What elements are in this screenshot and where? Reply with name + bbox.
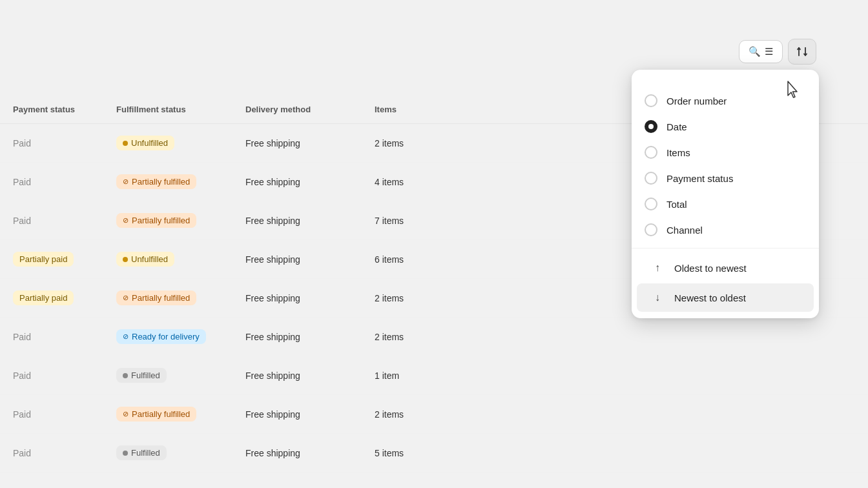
table-row[interactable]: PaidFulfilledFree shipping1 item (0, 356, 868, 395)
search-icon: 🔍 (749, 46, 761, 57)
cell-items: 2 items (375, 332, 517, 342)
cell-fulfillment-status: Fulfilled (116, 368, 245, 383)
fulfillment-badge: ⊘Ready for delivery (116, 329, 206, 344)
cell-items: 4 items (375, 177, 517, 187)
cell-items: 2 items (375, 409, 517, 420)
cell-delivery-method: Free shipping (245, 254, 375, 265)
cell-items: 2 items (375, 138, 517, 148)
header-payment-status: Payment status (13, 105, 116, 114)
cell-payment-status: Paid (13, 137, 116, 149)
sort-option-label: Payment status (666, 173, 733, 184)
sort-option-channel[interactable]: Channel (632, 217, 819, 243)
sort-direction-arrow: ↑ (650, 260, 665, 276)
cell-delivery-method: Free shipping (245, 332, 375, 342)
fulfillment-badge: Unfulfilled (116, 252, 174, 267)
fulfillment-badge: ⊘Partially fulfilled (116, 407, 196, 422)
badge-dot (123, 141, 128, 146)
badge-dot (123, 257, 128, 262)
sort-option-date[interactable]: Date (632, 114, 819, 139)
payment-text: Paid (13, 177, 31, 187)
fulfillment-badge: ⊘Partially fulfilled (116, 174, 196, 189)
fulfillment-badge: Unfulfilled (116, 136, 174, 150)
sort-option-label: Channel (666, 225, 703, 236)
sort-option-items[interactable]: Items (632, 139, 819, 165)
cell-payment-status: Partially paid (13, 252, 116, 267)
cell-payment-status: Paid (13, 409, 116, 420)
cell-items: 7 items (375, 216, 517, 226)
header-fulfillment-status: Fulfillment status (116, 105, 245, 114)
cell-payment-status: Partially paid (13, 290, 116, 305)
sort-dropdown: Order numberDateItemsPayment statusTotal… (632, 70, 819, 318)
table-row[interactable]: PaidFulfilledFree shipping5 items (0, 434, 868, 473)
partial-icon: ⊘ (123, 410, 129, 418)
sort-option-order_number[interactable]: Order number (632, 88, 819, 114)
cell-payment-status: Paid (13, 370, 116, 381)
badge-dot (123, 373, 128, 378)
cell-delivery-method: Free shipping (245, 138, 375, 148)
sort-icon (796, 45, 809, 58)
cell-items: 6 items (375, 254, 517, 265)
sort-radio (645, 172, 657, 185)
partial-icon: ⊘ (123, 178, 129, 186)
header-items: Items (375, 105, 517, 114)
badge-dot (123, 451, 128, 456)
payment-badge: Partially paid (13, 290, 74, 305)
sort-options: Order numberDateItemsPayment statusTotal… (632, 88, 819, 243)
cell-payment-status: Paid (13, 331, 116, 343)
sort-option-payment_status[interactable]: Payment status (632, 165, 819, 191)
table-row[interactable]: Paid⊘Ready for deliveryFree shipping2 it… (0, 318, 868, 356)
sort-option-label: Total (666, 199, 687, 210)
cell-fulfillment-status: ⊘Ready for delivery (116, 329, 245, 344)
header-delivery-method: Delivery method (245, 105, 375, 114)
sort-radio (645, 94, 657, 107)
cell-delivery-method: Free shipping (245, 177, 375, 187)
sort-radio (645, 198, 657, 210)
partial-icon: ⊘ (123, 294, 129, 302)
sort-option-label: Items (666, 147, 690, 158)
sort-dropdown-title (632, 80, 819, 88)
sort-divider (632, 248, 819, 249)
table-row[interactable]: Paid⊘Partially fulfilledFree shipping2 i… (0, 395, 868, 434)
cell-payment-status: Paid (13, 176, 116, 188)
sort-direction-newest[interactable]: ↓Newest to oldest (637, 283, 814, 312)
payment-text: Paid (13, 332, 31, 342)
cell-fulfillment-status: Fulfilled (116, 445, 245, 460)
ready-icon: ⊘ (123, 332, 129, 341)
sort-direction-oldest[interactable]: ↑Oldest to newest (637, 254, 814, 282)
cell-delivery-method: Free shipping (245, 371, 375, 381)
cell-payment-status: Paid (13, 215, 116, 227)
payment-text: Paid (13, 216, 31, 226)
sort-direction-arrow: ↓ (650, 290, 665, 305)
cell-items: 2 items (375, 293, 517, 303)
fulfillment-badge: ⊘Partially fulfilled (116, 213, 196, 228)
sort-radio (645, 146, 657, 159)
cell-fulfillment-status: Unfulfilled (116, 252, 245, 267)
payment-text: Paid (13, 138, 31, 148)
payment-text: Paid (13, 448, 31, 458)
sort-direction-label: Newest to oldest (674, 292, 746, 303)
sort-directions: ↑Oldest to newest↓Newest to oldest (632, 254, 819, 312)
fulfillment-badge: Fulfilled (116, 368, 167, 383)
fulfillment-badge: Fulfilled (116, 445, 167, 460)
sort-button[interactable] (788, 39, 816, 65)
cell-fulfillment-status: ⊘Partially fulfilled (116, 174, 245, 189)
sort-option-label: Date (666, 121, 687, 132)
payment-text: Paid (13, 371, 31, 381)
toolbar: 🔍 ☰ (739, 39, 816, 65)
cell-delivery-method: Free shipping (245, 409, 375, 420)
sort-radio (645, 120, 657, 133)
partial-icon: ⊘ (123, 216, 129, 225)
sort-option-total[interactable]: Total (632, 191, 819, 217)
payment-text: Paid (13, 409, 31, 420)
cell-fulfillment-status: ⊘Partially fulfilled (116, 213, 245, 228)
cell-delivery-method: Free shipping (245, 216, 375, 226)
sort-option-label: Order number (666, 96, 727, 107)
cell-fulfillment-status: ⊘Partially fulfilled (116, 407, 245, 422)
cell-payment-status: Paid (13, 447, 116, 459)
cell-delivery-method: Free shipping (245, 293, 375, 303)
search-filter-button[interactable]: 🔍 ☰ (739, 40, 783, 63)
fulfillment-badge: ⊘Partially fulfilled (116, 290, 196, 305)
cell-fulfillment-status: Unfulfilled (116, 136, 245, 150)
cell-items: 1 item (375, 371, 517, 381)
cell-delivery-method: Free shipping (245, 448, 375, 458)
